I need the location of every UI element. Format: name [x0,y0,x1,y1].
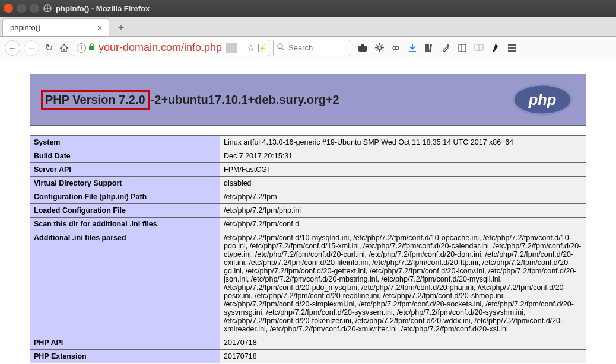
svg-line-14 [381,45,382,46]
window-close-button[interactable] [4,4,13,13]
window-titlebar: phpinfo() - Mozilla Firefox [0,0,616,17]
row-label: PHP Extension [30,350,220,363]
table-row: PHP Extension20170718 [30,350,586,363]
svg-rect-4 [358,46,367,52]
window-title: phpinfo() - Mozilla Firefox [56,4,150,13]
svg-point-6 [377,46,381,50]
tab-strip: phpinfo() × + [0,17,616,37]
row-label: System [30,136,220,149]
home-button[interactable] [58,42,70,54]
row-value: /etc/php/7.2/fpm [220,190,586,204]
bookmark-star-icon[interactable]: ☆ [247,43,255,53]
url-bar[interactable]: i your-domain.com/info.php ☆ ⚡ [74,40,269,56]
table-row: Additional .ini files parsed/etc/php/7.2… [30,231,586,336]
window-controls [4,4,39,13]
row-value: Dec 7 2017 20:15:31 [220,149,586,163]
reload-button[interactable]: ↻ [43,42,55,54]
phpinfo-table: SystemLinux artful 4.13.0-16-generic #19… [30,135,586,363]
pen-icon[interactable] [490,43,501,53]
toolbar: ← → ↻ i your-domain.com/info.php ☆ ⚡ [0,37,616,59]
row-label: Loaded Configuration File [30,204,220,218]
row-value: /etc/php/7.2/fpm/php.ini [220,204,586,218]
toolbar-icons [357,43,517,53]
phpinfo-page: PHP Version 7.2.0 -2+ubuntu17.10.1+deb.s… [0,59,616,364]
svg-rect-17 [429,44,432,51]
site-info-icon[interactable]: i [77,43,86,53]
svg-point-18 [447,44,449,47]
row-value: Linux artful 4.13.0-16-generic #19-Ubunt… [220,136,586,149]
settings-icon[interactable] [374,43,385,53]
row-label: Build Date [30,149,220,163]
infinity-icon[interactable] [390,43,401,53]
table-row: SystemLinux artful 4.13.0-16-generic #19… [30,136,586,149]
download-icon[interactable] [407,43,418,53]
svg-rect-5 [361,44,364,46]
url-selection-indicator [226,43,237,53]
row-value: FPM/FastCGI [220,163,586,177]
search-box[interactable] [273,40,350,56]
svg-rect-16 [427,44,429,52]
row-label: Additional .ini files parsed [30,231,220,336]
svg-rect-15 [425,44,427,52]
svg-rect-19 [459,44,466,52]
back-button[interactable]: ← [5,40,20,56]
screenshot-icon[interactable] [357,43,368,53]
lock-icon [88,43,95,53]
row-label: PHP API [30,336,220,350]
row-value: /etc/php/7.2/fpm/conf.d [220,218,586,231]
new-tab-button[interactable]: + [113,20,129,36]
php-version-boxed-text: PHP Version 7.2.0 [45,93,145,106]
table-row: Loaded Configuration File/etc/php/7.2/fp… [30,204,586,218]
svg-line-11 [376,45,377,46]
row-label: Server API [30,163,220,177]
library-icon[interactable] [424,43,434,53]
pageaction-icon[interactable]: ⚡ [258,44,266,52]
tab-close-button[interactable]: × [96,24,104,32]
table-row: Scan this dir for additional .ini files/… [30,218,586,231]
svg-text:php: php [528,91,556,108]
tab-phpinfo[interactable]: phpinfo() × [2,18,109,36]
menu-icon[interactable] [507,43,517,53]
php-version-highlight: PHP Version 7.2.0 [41,90,150,110]
row-value: 20170718 [220,336,586,350]
table-row: Server APIFPM/FastCGI [30,163,586,177]
page-content[interactable]: PHP Version 7.2.0 -2+ubuntu17.10.1+deb.s… [0,59,616,364]
php-header: PHP Version 7.2.0 -2+ubuntu17.10.1+deb.s… [30,74,586,126]
window-minimize-button[interactable] [17,4,26,13]
row-value: /etc/php/7.2/fpm/conf.d/10-mysqlnd.ini, … [220,231,586,336]
row-label: Configuration File (php.ini) Path [30,190,220,204]
svg-point-2 [278,44,282,49]
svg-line-13 [376,50,377,51]
forward-button[interactable]: → [24,40,39,56]
table-row: Configuration File (php.ini) Path/etc/ph… [30,190,586,204]
sidebar-icon[interactable] [457,43,468,53]
row-label: Virtual Directory Support [30,177,220,190]
window-maximize-button[interactable] [30,4,39,13]
book-icon[interactable] [474,43,484,53]
row-value: 20170718 [220,350,586,363]
eyedropper-icon[interactable] [440,43,451,53]
svg-line-3 [282,48,284,50]
svg-line-12 [381,50,382,51]
firefox-icon [43,4,52,13]
php-version-rest: -2+ubuntu17.10.1+deb.sury.org+2 [151,93,339,107]
svg-rect-1 [89,46,94,50]
tab-label: phpinfo() [10,23,40,32]
row-label: Scan this dir for additional .ini files [30,218,220,231]
table-row: PHP API20170718 [30,336,586,350]
search-icon [277,43,285,53]
url-text: your-domain.com/info.php [97,41,223,54]
search-input[interactable] [288,43,336,52]
table-row: Virtual Directory Supportdisabled [30,177,586,190]
table-row: Build DateDec 7 2017 20:15:31 [30,149,586,163]
row-value: disabled [220,177,586,190]
php-title: PHP Version 7.2.0 -2+ubuntu17.10.1+deb.s… [41,90,339,110]
php-logo: php [510,82,575,117]
